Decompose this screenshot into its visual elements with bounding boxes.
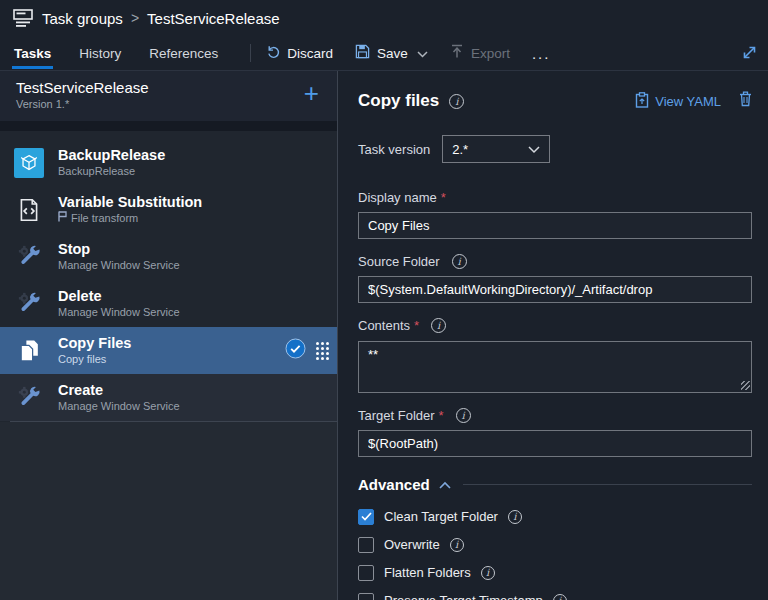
info-icon[interactable]: i [450, 538, 464, 552]
advanced-section-header[interactable]: Advanced [358, 476, 752, 493]
checkbox-row-overwrite[interactable]: Overwrite i [358, 536, 752, 553]
task-version-dropdown[interactable]: 2.* [442, 135, 550, 163]
detail-header: Copy files i View YAML [358, 91, 752, 111]
contents-textarea[interactable]: ** [358, 341, 752, 393]
tab-references[interactable]: References [147, 36, 220, 71]
top-bar: Task groups > TestServiceRelease [0, 0, 768, 36]
add-task-button[interactable]: + [304, 79, 319, 107]
panel-gap [0, 121, 337, 131]
field-label: Contents * i [358, 318, 752, 333]
task-detail-panel: Copy files i View YAML Task version 2.* [338, 71, 768, 600]
task-name: Copy Files [58, 335, 131, 352]
display-name-input[interactable] [358, 212, 752, 239]
drag-handle[interactable] [316, 342, 329, 360]
task-name: Create [58, 382, 180, 399]
checkbox-label: Overwrite [384, 537, 440, 552]
chevron-up-icon [439, 481, 451, 489]
view-yaml-label: View YAML [655, 94, 721, 109]
export-icon [450, 44, 464, 62]
tab-tasks[interactable]: Tasks [12, 36, 53, 71]
trash-icon[interactable] [739, 91, 752, 111]
checkbox-row-preserve-target-timestamp[interactable]: Preserve Target Timestamp i [358, 592, 752, 600]
task-subtitle: Manage Window Service [58, 258, 180, 272]
file-transform-icon [14, 195, 44, 225]
clipboard-icon [635, 92, 649, 111]
task-subtitle: Copy files [58, 352, 131, 366]
save-button[interactable]: Save [355, 44, 428, 62]
row-right [285, 338, 329, 363]
export-label: Export [471, 46, 510, 61]
flag-icon [58, 211, 67, 225]
field-label: Display name * [358, 190, 752, 205]
chevron-down-icon[interactable] [417, 46, 428, 61]
chevron-down-icon [528, 140, 540, 158]
export-button: Export [450, 44, 510, 62]
checkbox-label: Flatten Folders [384, 565, 471, 580]
task-row-backuprelease[interactable]: BackupRelease BackupRelease [0, 139, 337, 186]
checkbox-row-flatten-folders[interactable]: Flatten Folders i [358, 564, 752, 581]
checkbox[interactable] [358, 509, 374, 525]
checkbox-row-clean-target-folder[interactable]: Clean Target Folder i [358, 508, 752, 525]
source-folder-input[interactable] [358, 276, 752, 303]
tab-history[interactable]: History [77, 36, 123, 71]
task-row-copy-files[interactable]: Copy Files Copy files [0, 327, 337, 374]
field-display-name: Display name * [358, 190, 752, 239]
info-icon[interactable]: i [449, 94, 464, 109]
resize-handle[interactable] [741, 381, 750, 390]
field-label-text: Display name [358, 190, 437, 205]
discard-label: Discard [287, 46, 333, 61]
required-asterisk: * [441, 190, 446, 205]
detail-actions: View YAML [635, 91, 752, 111]
breadcrumb-root[interactable]: Task groups [42, 10, 123, 27]
task-subtitle: File transform [58, 211, 202, 225]
discard-button[interactable]: Discard [265, 44, 333, 62]
panel-filler [0, 422, 337, 600]
field-label-text: Target Folder [358, 408, 435, 423]
checkbox[interactable] [358, 593, 374, 600]
checkbox[interactable] [358, 537, 374, 553]
toolbar: Tasks History References Discard Save Ex… [0, 36, 768, 71]
task-group-header: TestServiceRelease Version 1.* + [0, 71, 337, 121]
main-content: TestServiceRelease Version 1.* + BackupR… [0, 71, 768, 600]
expand-icon[interactable] [741, 44, 758, 65]
package-icon [14, 148, 44, 178]
field-label-text: Source Folder [358, 254, 440, 269]
more-options-button[interactable]: ... [532, 45, 551, 62]
task-row-create[interactable]: Create Manage Window Service [0, 374, 337, 421]
selected-check-badge [285, 338, 306, 363]
task-row-delete[interactable]: Delete Manage Window Service [0, 280, 337, 327]
task-text: BackupRelease BackupRelease [58, 147, 165, 178]
checkbox-label: Preserve Target Timestamp [384, 593, 543, 600]
task-name: BackupRelease [58, 147, 165, 164]
wrench-icon [14, 242, 44, 272]
task-groups-icon [12, 8, 34, 28]
checkbox[interactable] [358, 565, 374, 581]
task-text: Variable Substitution File transform [58, 194, 202, 225]
field-label: Source Folder i [358, 254, 752, 269]
undo-icon [265, 44, 280, 62]
wrench-icon [14, 383, 44, 413]
info-icon[interactable]: i [431, 318, 446, 333]
info-icon[interactable]: i [456, 408, 471, 423]
field-label: Target Folder * i [358, 408, 752, 423]
task-version-value: 2.* [452, 142, 468, 157]
task-name: Stop [58, 241, 180, 258]
save-label: Save [377, 46, 408, 61]
task-row-stop[interactable]: Stop Manage Window Service [0, 233, 337, 280]
info-icon[interactable]: i [553, 594, 567, 600]
check-icon [361, 512, 372, 521]
info-icon[interactable]: i [508, 510, 522, 524]
task-text: Delete Manage Window Service [58, 288, 180, 319]
task-row-variable-substitution[interactable]: Variable Substitution File transform [0, 186, 337, 233]
task-subtitle-text: File transform [71, 211, 138, 225]
task-text: Copy Files Copy files [58, 335, 131, 366]
required-asterisk: * [414, 318, 419, 333]
task-version-row: Task version 2.* [358, 135, 752, 163]
info-icon[interactable]: i [452, 254, 467, 269]
section-divider [463, 484, 752, 485]
required-asterisk: * [439, 408, 444, 423]
task-text: Stop Manage Window Service [58, 241, 180, 272]
target-folder-input[interactable] [358, 430, 752, 457]
view-yaml-button[interactable]: View YAML [635, 92, 721, 111]
info-icon[interactable]: i [481, 566, 495, 580]
